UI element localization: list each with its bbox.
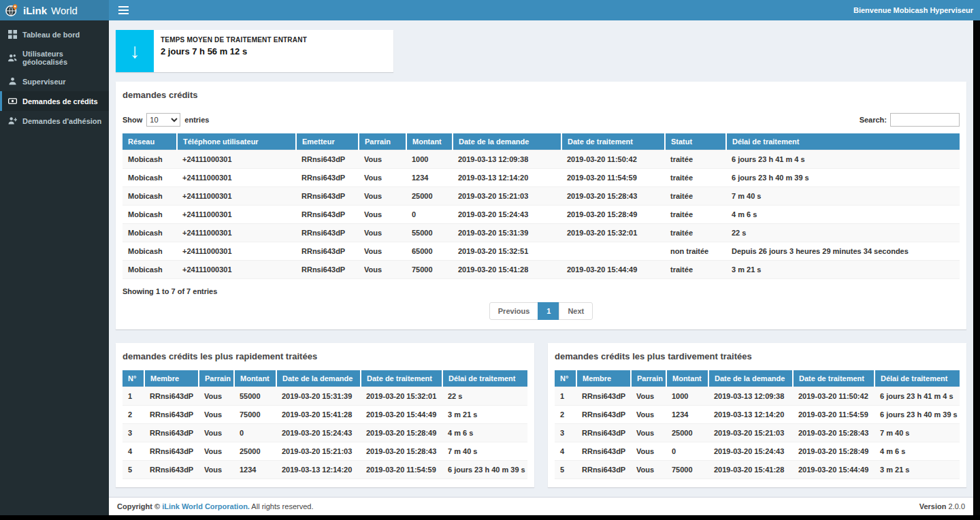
table-cell: RRnsi643dP (144, 406, 199, 424)
sidebar-item-geolocated-users[interactable]: Utilisateurs géolocalisés (0, 44, 109, 71)
sidebar-item-membership-requests[interactable]: Demandes d'adhésion (0, 111, 109, 131)
table-cell: +24111000301 (177, 261, 296, 279)
main-content: ↓ TEMPS MOYEN DE TRAITEMENT ENTRANT 2 jo… (109, 20, 973, 515)
table-cell: 25000 (406, 187, 453, 206)
search-input[interactable] (890, 113, 960, 127)
rights-text: All rights reserved. (251, 502, 313, 510)
table-cell: 2019-03-13 12:09:38 (708, 387, 793, 406)
table-cell: traitée (665, 261, 726, 279)
table-body: 1RRnsi643dPVous10002019-03-13 12:09:3820… (555, 387, 960, 479)
table-cell: 6 jours 23 h 40 m 39 s (875, 406, 960, 424)
table-cell: 4 m 6 s (875, 442, 960, 461)
sidebar-item-credit-requests[interactable]: Demandes de crédits (0, 91, 109, 111)
column-header[interactable]: Date de traitement (561, 133, 665, 150)
table-cell: 7 m 40 s (726, 187, 960, 206)
window-edge-strip (973, 20, 980, 515)
table-cell: Vous (631, 387, 666, 406)
credit-requests-panel: demandes crédits Show 10 entries Search: (116, 82, 966, 329)
search-control: Search: (860, 113, 960, 127)
table-cell: RRnsi643dP (144, 442, 199, 461)
column-header: Date de la demande (708, 370, 793, 387)
column-header: Délai de traitement (442, 370, 527, 387)
column-header: N° (555, 370, 576, 387)
table-cell: 2019-03-20 11:54:59 (793, 406, 875, 424)
table-cell: 2019-03-20 15:44:49 (561, 261, 665, 279)
brand-logo[interactable]: iLinkWorld (0, 0, 109, 20)
table-cell: 0 (666, 442, 708, 461)
column-header[interactable]: Montant (406, 133, 453, 150)
table-cell: 5 (555, 461, 576, 479)
column-header: Date de traitement (793, 370, 875, 387)
datatable-controls: Show 10 entries Search: (122, 113, 960, 127)
table-cell: Mobicash (122, 206, 177, 224)
slowest-processed-panel: demandes crédits les plus tardivement tr… (548, 343, 966, 487)
table-row: Mobicash+24111000301RRnsi643dPVous100020… (122, 150, 960, 169)
table-cell: 1234 (666, 406, 708, 424)
table-head: N°MembreParrainMontantDate de la demande… (555, 370, 960, 387)
sidebar-item-label: Tableau de bord (22, 31, 80, 39)
pagination-next-button[interactable]: Next (559, 302, 593, 320)
column-header: N° (122, 370, 144, 387)
sidebar-item-label: Utilisateurs géolocalisés (22, 50, 103, 66)
table-cell: 2019-03-20 15:32:01 (561, 224, 665, 242)
table-cell: 2019-03-20 15:28:49 (361, 424, 442, 442)
panel-title: demandes crédits les plus tardivement tr… (555, 351, 752, 361)
sidebar: Tableau de bord Utilisateurs géolocalisé… (0, 20, 109, 515)
table-cell: Vous (199, 442, 234, 461)
table-cell: 3 m 21 s (875, 461, 960, 479)
column-header[interactable]: Délai de traitement (726, 133, 960, 150)
table-cell: 2019-03-20 11:50:42 (793, 387, 875, 406)
table-cell: 2019-03-20 15:28:43 (561, 187, 665, 206)
table-cell: +24111000301 (177, 206, 296, 224)
column-header[interactable]: Réseau (122, 133, 177, 150)
column-header: Montant (666, 370, 708, 387)
company-link[interactable]: iLink World Corporation. (162, 502, 250, 510)
table-cell: RRnsi643dP (296, 224, 359, 242)
table-cell: Mobicash (122, 150, 177, 169)
brand-name-bold: iLink (23, 5, 47, 16)
page-length-control: Show 10 entries (122, 113, 209, 127)
pagination-previous-button[interactable]: Previous (489, 302, 538, 320)
table-cell: 2019-03-20 11:54:59 (361, 461, 442, 479)
table-cell: 6 jours 23 h 41 m 4 s (875, 387, 960, 406)
sidebar-item-dashboard[interactable]: Tableau de bord (0, 25, 109, 44)
table-cell: 55000 (234, 387, 276, 406)
table-cell: 1 (555, 387, 576, 406)
table-cell: RRnsi643dP (296, 150, 359, 169)
table-cell: 4 (122, 442, 144, 461)
column-header[interactable]: Emetteur (296, 133, 359, 150)
avg-processing-time-infobox: ↓ TEMPS MOYEN DE TRAITEMENT ENTRANT 2 jo… (116, 30, 393, 72)
table-cell: 3 (122, 424, 144, 442)
column-header[interactable]: Téléphone utilisateur (177, 133, 296, 150)
column-header[interactable]: Parrain (359, 133, 406, 150)
pagination-page-1-button[interactable]: 1 (538, 302, 559, 320)
table-cell: 2019-03-13 12:09:38 (453, 150, 561, 169)
table-cell: 2019-03-20 15:32:51 (453, 242, 561, 261)
sidebar-toggle-button[interactable] (109, 0, 138, 20)
column-header[interactable]: Statut (665, 133, 726, 150)
header-row: RéseauTéléphone utilisateurEmetteurParra… (122, 133, 960, 150)
panel-body: N°MembreParrainMontantDate de la demande… (548, 368, 966, 487)
table-cell: 2019-03-20 15:31:39 (276, 387, 361, 406)
table-cell: non traitée (665, 242, 726, 261)
table-cell: 2019-03-20 15:24:43 (453, 206, 561, 224)
table-cell: Vous (631, 461, 666, 479)
table-cell: 2019-03-20 15:24:43 (708, 442, 793, 461)
table-row: 1RRnsi643dPVous10002019-03-13 12:09:3820… (555, 387, 960, 406)
table-cell: 2019-03-20 15:21:03 (708, 424, 793, 442)
table-row: Mobicash+24111000301RRnsi643dPVous650002… (122, 242, 960, 261)
table-cell: 4 (555, 442, 576, 461)
table-cell: 2019-03-20 15:32:01 (361, 387, 442, 406)
column-header[interactable]: Date de la demande (453, 133, 561, 150)
table-cell: Vous (631, 442, 666, 461)
sidebar-item-supervisor[interactable]: Superviseur (0, 71, 109, 91)
table-cell: 4 m 6 s (726, 206, 960, 224)
table-cell: 7 m 40 s (875, 424, 960, 442)
page-size-select[interactable]: 10 (146, 113, 180, 127)
table-cell: 2019-03-20 15:28:43 (361, 442, 442, 461)
table-cell: 2019-03-20 15:21:03 (453, 187, 561, 206)
table-cell: 1000 (406, 150, 453, 169)
table-cell: 2019-03-20 15:44:49 (361, 406, 442, 424)
table-cell: RRnsi643dP (576, 461, 631, 479)
table-cell: traitée (665, 206, 726, 224)
